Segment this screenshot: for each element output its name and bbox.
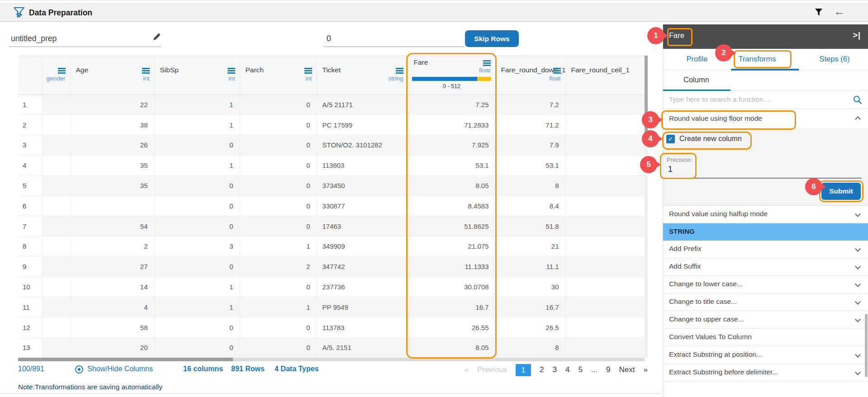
column-name: Parch (246, 66, 264, 74)
page-1-active[interactable]: 1 (516, 364, 531, 376)
column-header-fare-round-down[interactable]: Fare_round_down_1 float (495, 56, 565, 95)
cell-parch: 0 (240, 216, 317, 236)
column-menu-icon[interactable] (396, 68, 403, 69)
cell-sibsp: 0 (154, 196, 240, 216)
cell-sibsp: 0 (154, 135, 240, 156)
chevron-down-icon (855, 211, 861, 217)
cell-fare_ceil (565, 297, 645, 317)
function-item[interactable]: Change to upper case... (663, 311, 868, 329)
cell-fare_down: 8 (495, 175, 565, 196)
column-menu-icon[interactable] (483, 60, 491, 61)
column-menu-icon[interactable] (142, 68, 150, 69)
function-item-label: STRING (669, 227, 695, 235)
tab-steps[interactable]: Steps (6) (820, 55, 850, 63)
cell-num: 4 (18, 155, 42, 175)
skip-rows-button[interactable]: Skip Rows (465, 30, 519, 47)
cell-fare: 30.0708 (408, 277, 495, 297)
cell-age: 38 (70, 115, 154, 135)
cell-fare_ceil (565, 277, 645, 297)
panel-tabs: Profile Transforms Steps (6) (663, 49, 868, 70)
vertical-scrollbar[interactable] (645, 56, 648, 358)
selected-column-name: Fare (669, 31, 684, 40)
cell-num: 7 (18, 216, 42, 236)
column-menu-icon[interactable] (228, 68, 235, 69)
tab-profile[interactable]: Profile (687, 55, 708, 63)
back-arrow-icon[interactable]: ← (834, 5, 845, 18)
cell-gender (42, 95, 70, 115)
column-header-sibsp[interactable]: SibSp int (154, 56, 240, 95)
cell-age: 27 (70, 256, 154, 277)
column-menu-icon[interactable] (304, 68, 312, 69)
cell-num: 12 (18, 317, 42, 338)
cell-ticket: 349909 (317, 236, 408, 257)
chevron-down-icon (855, 281, 861, 287)
cell-gender (42, 317, 70, 338)
column-header-rownum (18, 56, 42, 95)
function-item-label: Extract Substring at position... (669, 350, 762, 359)
horizontal-scrollbar[interactable] (18, 358, 645, 361)
cell-sibsp: 0 (154, 256, 240, 277)
next-button[interactable]: Next (619, 365, 635, 374)
page-4[interactable]: 4 (565, 365, 569, 374)
tab-transforms[interactable]: Transforms (739, 55, 776, 63)
function-item[interactable]: Add Suffix (663, 258, 868, 276)
column-header-age[interactable]: Age int (70, 56, 154, 95)
filter-icon[interactable] (814, 8, 823, 19)
function-item[interactable]: Add Prefix (663, 241, 868, 258)
horizontal-scrollbar-thumb[interactable] (18, 358, 233, 361)
subtab-column[interactable]: Column (683, 76, 709, 84)
cell-ticket: 113803 (317, 155, 408, 175)
edit-pencil-icon[interactable] (152, 32, 161, 43)
function-item[interactable]: Convert Values To Column (663, 329, 868, 346)
previous-arrow[interactable]: « (464, 365, 468, 374)
function-search[interactable]: Type here to search a function.... (663, 91, 868, 109)
precision-input[interactable]: 1 (668, 165, 673, 174)
cell-num: 10 (18, 277, 42, 297)
function-item[interactable]: Extract Substring before delimiter... (663, 364, 868, 382)
table-row: 23810PC 1759971.283371.2 (18, 115, 645, 135)
cell-ticket: PC 17599 (317, 115, 408, 135)
function-item[interactable]: Change to title case... (663, 293, 868, 311)
page-5[interactable]: 5 (578, 365, 582, 374)
column-menu-icon[interactable] (58, 68, 66, 69)
function-item[interactable]: Change to lower case... (663, 276, 868, 293)
columns-count-label: 16 columns (183, 365, 223, 373)
panel-scrollbar-thumb[interactable] (865, 314, 868, 377)
function-item-floor-mode[interactable]: Round value using floor mode (663, 109, 868, 129)
column-header-fare[interactable]: Fare float 0 - 512 (408, 56, 495, 95)
page-2[interactable]: 2 (540, 365, 544, 374)
search-icon[interactable] (853, 95, 863, 105)
show-hide-columns-link[interactable]: Show/Hide Columns (87, 365, 153, 373)
cell-num: 6 (18, 196, 42, 216)
floor-mode-form: ✓ Create new column Precision: 1 Submit (663, 129, 868, 206)
column-menu-icon[interactable] (553, 68, 561, 69)
submit-button[interactable]: Submit (821, 183, 861, 200)
page-9[interactable]: 9 (606, 365, 610, 374)
cell-fare_down: 8 (495, 338, 565, 358)
column-header-gender[interactable]: gender (42, 56, 70, 95)
skip-rows-input[interactable]: 0 (324, 30, 465, 47)
eye-icon[interactable] (75, 365, 83, 373)
next-arrow[interactable]: » (644, 365, 648, 374)
column-name: Age (76, 66, 89, 74)
cell-ticket: A/5. 2151 (317, 338, 408, 358)
collapse-panel-icon[interactable]: >| (853, 31, 861, 40)
function-item[interactable]: Extract Substring at position... (663, 346, 868, 364)
previous-button[interactable]: Previous (477, 365, 507, 374)
table-row: 32600STON/O2. 31012827.9257.9 (18, 135, 645, 156)
table-row: 9270234774211.133311.1 (18, 256, 645, 277)
cell-age: 54 (70, 216, 154, 236)
column-header-parch[interactable]: Parch int (240, 56, 317, 95)
create-new-column-checkbox[interactable]: ✓ (666, 135, 675, 143)
column-header-fare-round-ceil[interactable]: Fare_round_ceil_1 (565, 56, 645, 95)
cell-num: 1 (18, 95, 42, 115)
cell-fare_ceil (565, 338, 645, 358)
create-new-column-label: Create new column (679, 135, 742, 143)
data-grid: gender Age int SibSp int Parch (18, 56, 645, 358)
page-3[interactable]: 3 (553, 365, 557, 374)
prep-name-input[interactable]: untitled_prep (9, 30, 161, 47)
function-item[interactable]: Round value using halfup mode (663, 206, 868, 223)
cell-fare_down: 11.1 (495, 256, 565, 277)
column-header-ticket[interactable]: Ticket string (317, 56, 408, 95)
table-row: 12210A/5 211717.257.2 (18, 95, 645, 115)
